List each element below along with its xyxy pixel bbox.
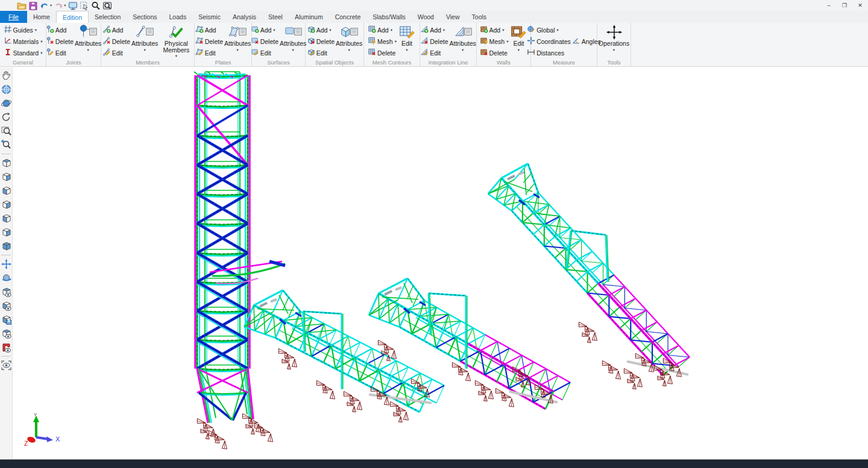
camera-view-button[interactable] (0, 286, 12, 298)
toolbar-separator (1, 154, 11, 154)
mesh-contours-add-button[interactable]: Add▾ (368, 24, 397, 36)
plate-delete-icon (195, 36, 204, 46)
members-delete-button[interactable]: Delete (102, 36, 130, 47)
walls-edit-button[interactable]: Edit▾ (509, 24, 528, 53)
view-iso-button[interactable] (0, 240, 12, 252)
tab-selection[interactable]: Selection (89, 11, 127, 23)
walls-delete-button[interactable]: Delete (480, 47, 509, 58)
close-button[interactable]: ✕ (852, 0, 868, 11)
structure-gallery-1 (244, 290, 444, 422)
plates-edit-button[interactable]: Edit (195, 47, 223, 58)
mesh-contours-delete-button[interactable]: Delete (368, 47, 397, 58)
measure-global-button[interactable]: Global▾ (527, 24, 571, 36)
dynamic-view-button[interactable] (0, 272, 12, 284)
tab-seismic[interactable]: Seismic (192, 11, 227, 23)
zoom-box-button[interactable] (102, 1, 112, 10)
view-back-button[interactable] (0, 226, 12, 239)
measure-distances-button[interactable]: Distances (527, 47, 571, 58)
members-attributes-button[interactable]: Attributes▾ (131, 24, 159, 53)
plates-delete-button[interactable]: Delete (195, 36, 223, 47)
measure-coordinates-button[interactable]: Coordinates (527, 36, 571, 47)
zoom-window-button[interactable] (0, 125, 12, 137)
axis-x-label: X (55, 435, 60, 443)
minimize-button[interactable]: – (821, 0, 837, 11)
view-bottom-button[interactable] (0, 171, 12, 183)
tab-concrete[interactable]: Concrete (329, 11, 367, 23)
orbit-button[interactable] (0, 98, 12, 110)
globe-button[interactable] (0, 84, 12, 96)
joints-delete-button[interactable]: Delete (46, 36, 74, 47)
zoom-plus-button[interactable] (0, 139, 12, 151)
general-materials-button[interactable]: Materials▾ (4, 36, 43, 47)
plates-attributes-button[interactable]: Attributes▾ (224, 24, 251, 53)
redo-button[interactable]: ▾ (54, 1, 66, 10)
view-top-button[interactable] (0, 157, 12, 169)
undo-button[interactable]: ▾ (40, 1, 52, 10)
joints-add-button[interactable]: Add (46, 24, 74, 36)
measure-angles-button[interactable]: Angles (572, 36, 601, 47)
surfaces-delete-button[interactable]: Delete (251, 36, 278, 47)
tab-tools[interactable]: Tools (466, 11, 493, 23)
tab-home[interactable]: Home (27, 11, 56, 23)
surfaces-edit-button[interactable]: Edit (251, 47, 278, 58)
joints-attributes-button[interactable]: Attributes▾ (74, 24, 102, 53)
integration-line-attributes-button[interactable]: Attributes▾ (449, 24, 477, 53)
tools-operations-button[interactable]: Operations▾ (598, 24, 630, 53)
tab-wood[interactable]: Wood (412, 11, 440, 23)
surface-add-icon (251, 25, 259, 35)
tab-sections[interactable]: Sections (127, 11, 163, 23)
pan-button[interactable] (0, 70, 12, 82)
mesh-mesh-icon (368, 36, 376, 46)
group-label: Mesh Contours (364, 59, 420, 66)
tab-steel[interactable]: Steel (262, 11, 289, 23)
spatial-add-icon (307, 25, 315, 35)
plate-add-icon (195, 25, 204, 35)
open-button[interactable] (17, 1, 27, 10)
select-button[interactable] (80, 1, 89, 10)
general-guides-button[interactable]: Guides▾ (4, 24, 43, 36)
rotate-button[interactable] (0, 111, 12, 123)
joints-edit-button[interactable]: Edit (46, 47, 74, 58)
tab-file[interactable]: File (0, 11, 27, 23)
mesh-contours-mesh-button[interactable]: Mesh▾ (368, 36, 397, 47)
integration-line-add-button[interactable]: Add▾ (420, 24, 448, 36)
integration-line-edit-button[interactable]: Edit (420, 47, 448, 58)
ribbon: Guides▾Materials▾Standard▾GeneralAddDele… (0, 23, 868, 67)
tab-aluminum[interactable]: Aluminum (289, 11, 329, 23)
viewport-3d[interactable]: XYZ (13, 67, 868, 459)
spatial-objects-attributes-button[interactable]: Attributes▾ (335, 24, 363, 53)
plates-add-button[interactable]: Add (195, 24, 223, 36)
section-view-button[interactable] (0, 342, 12, 354)
integration-line-delete-button[interactable]: Delete (420, 36, 448, 47)
visibility-button[interactable] (0, 360, 12, 372)
walls-mesh-button[interactable]: Mesh▾ (480, 36, 509, 47)
tab-slabs-walls[interactable]: Slabs/Walls (366, 11, 411, 23)
tab-edition[interactable]: Edition (56, 11, 89, 23)
monitor-button[interactable] (68, 1, 78, 10)
spatial-objects-edit-button[interactable]: Edit (307, 47, 335, 58)
members-edit-button[interactable]: Edit (102, 47, 130, 58)
views-all-button[interactable] (0, 258, 12, 270)
walls-add-button[interactable]: Add▾ (480, 24, 509, 36)
general-standard-button[interactable]: Standard▾ (4, 47, 43, 58)
tab-analysis[interactable]: Analysis (227, 11, 262, 23)
view-left-button[interactable] (0, 185, 12, 197)
members-physical-members-button[interactable]: Physical Members▾ (159, 24, 193, 60)
named-view-button[interactable] (0, 328, 12, 340)
save-view-button[interactable] (0, 314, 12, 326)
spatial-objects-delete-button[interactable]: Delete (307, 36, 335, 47)
spatial-objects-add-button[interactable]: Add▾ (307, 24, 335, 36)
search-button[interactable] (91, 1, 101, 10)
mesh-contours-edit-button[interactable]: Edit▾ (397, 24, 417, 53)
surfaces-add-button[interactable]: Add▾ (251, 24, 278, 36)
members-add-button[interactable]: Add (102, 24, 130, 36)
view-right-button[interactable] (0, 199, 12, 211)
ribbon-group-general: Guides▾Materials▾Standard▾General (0, 23, 46, 66)
tab-loads[interactable]: Loads (163, 11, 193, 23)
tab-view[interactable]: View (440, 11, 466, 23)
restore-button[interactable]: ❐ (837, 0, 852, 11)
save-button[interactable] (28, 1, 38, 10)
surfaces-attributes-button[interactable]: Attributes▾ (279, 24, 307, 53)
walk-view-button[interactable] (0, 300, 12, 312)
view-front-button[interactable] (0, 213, 12, 225)
